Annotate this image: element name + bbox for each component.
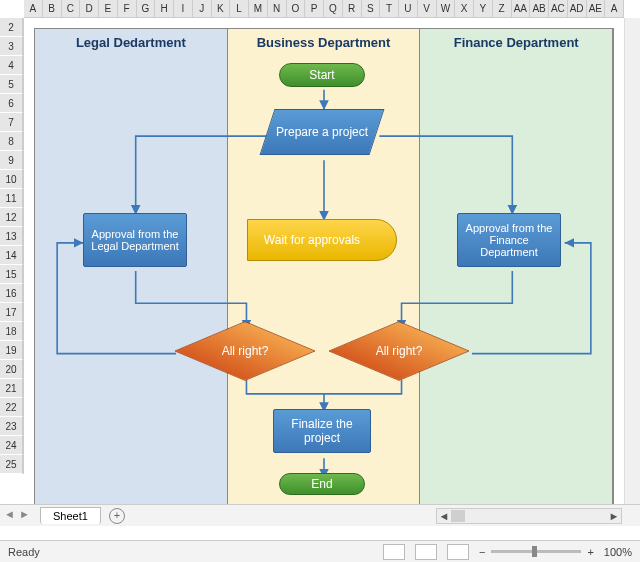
col-header-E[interactable]: E (99, 0, 118, 17)
row-header-5[interactable]: 5 (0, 75, 23, 94)
row-header-19[interactable]: 19 (0, 341, 23, 360)
zoom-out-button[interactable]: − (479, 546, 485, 558)
view-pagelayout-button[interactable] (415, 544, 437, 560)
shape-wait[interactable]: Wait for approvals (247, 219, 397, 261)
lane-legal-title: Legal Dedartment (35, 29, 227, 56)
approval-finance-label: Approval from the Finance Department (462, 222, 556, 258)
lane-legal: Legal Dedartment (35, 29, 228, 505)
row-header-18[interactable]: 18 (0, 322, 23, 341)
col-header-C[interactable]: C (62, 0, 81, 17)
col-header-Z[interactable]: Z (493, 0, 512, 17)
shape-start[interactable]: Start (279, 63, 365, 87)
lane-business-title: Business Department (228, 29, 420, 56)
status-bar: Ready − + 100% (0, 540, 640, 562)
shape-decision-left[interactable]: All right? (175, 321, 315, 381)
col-header-AE[interactable]: AE (587, 0, 606, 17)
col-header-Q[interactable]: Q (324, 0, 343, 17)
approval-legal-label: Approval from the Legal Department (88, 228, 182, 252)
col-header-W[interactable]: W (437, 0, 456, 17)
row-header-6[interactable]: 6 (0, 94, 23, 113)
prepare-label: Prepare a project (276, 125, 368, 139)
row-header-20[interactable]: 20 (0, 360, 23, 379)
tab-next-icon[interactable]: ► (19, 508, 30, 520)
zoom-control[interactable]: − + (479, 546, 594, 558)
col-header-AB[interactable]: AB (530, 0, 549, 17)
row-header-3[interactable]: 3 (0, 37, 23, 56)
start-label: Start (309, 68, 334, 82)
scroll-left-icon[interactable]: ◄ (437, 509, 451, 523)
col-header-U[interactable]: U (399, 0, 418, 17)
col-header-S[interactable]: S (362, 0, 381, 17)
col-header-H[interactable]: H (155, 0, 174, 17)
horizontal-scrollbar[interactable]: ◄ ► (436, 508, 622, 524)
col-header-N[interactable]: N (268, 0, 287, 17)
finalize-label: Finalize the project (274, 417, 370, 445)
col-header-T[interactable]: T (380, 0, 399, 17)
shape-approval-legal[interactable]: Approval from the Legal Department (83, 213, 187, 267)
col-header-D[interactable]: D (80, 0, 99, 17)
shape-finalize[interactable]: Finalize the project (273, 409, 371, 453)
col-header-G[interactable]: G (137, 0, 156, 17)
row-header-8[interactable]: 8 (0, 132, 23, 151)
row-header-15[interactable]: 15 (0, 265, 23, 284)
row-header-22[interactable]: 22 (0, 398, 23, 417)
wait-label: Wait for approvals (264, 233, 360, 247)
col-header-L[interactable]: L (230, 0, 249, 17)
decision-right-label: All right? (329, 321, 469, 381)
col-header-M[interactable]: M (249, 0, 268, 17)
row-header-4[interactable]: 4 (0, 56, 23, 75)
shape-end[interactable]: End (279, 473, 365, 495)
add-sheet-button[interactable]: + (109, 508, 125, 524)
row-header-13[interactable]: 13 (0, 227, 23, 246)
zoom-in-button[interactable]: + (587, 546, 593, 558)
shape-approval-finance[interactable]: Approval from the Finance Department (457, 213, 561, 267)
row-header-7[interactable]: 7 (0, 113, 23, 132)
col-header-R[interactable]: R (343, 0, 362, 17)
row-header-25[interactable]: 25 (0, 455, 23, 474)
col-header-I[interactable]: I (174, 0, 193, 17)
col-header-K[interactable]: K (212, 0, 231, 17)
shape-decision-right[interactable]: All right? (329, 321, 469, 381)
view-pagebreak-button[interactable] (447, 544, 469, 560)
col-header-X[interactable]: X (455, 0, 474, 17)
shape-prepare[interactable]: Prepare a project (260, 109, 385, 155)
row-header-14[interactable]: 14 (0, 246, 23, 265)
zoom-slider[interactable] (491, 550, 581, 553)
col-header-F[interactable]: F (118, 0, 137, 17)
view-normal-button[interactable] (383, 544, 405, 560)
row-header-2[interactable]: 2 (0, 18, 23, 37)
decision-left-label: All right? (175, 321, 315, 381)
tab-nav[interactable]: ◄ ► (4, 508, 44, 520)
col-header-J[interactable]: J (193, 0, 212, 17)
col-header-A[interactable]: A (605, 0, 624, 17)
row-header-12[interactable]: 12 (0, 208, 23, 227)
row-header-21[interactable]: 21 (0, 379, 23, 398)
col-header-P[interactable]: P (305, 0, 324, 17)
row-header-17[interactable]: 17 (0, 303, 23, 322)
row-header-16[interactable]: 16 (0, 284, 23, 303)
vertical-scrollbar[interactable] (624, 18, 640, 506)
tab-prev-icon[interactable]: ◄ (4, 508, 15, 520)
end-label: End (311, 477, 332, 491)
row-header-10[interactable]: 10 (0, 170, 23, 189)
col-header-AA[interactable]: AA (512, 0, 531, 17)
zoom-level[interactable]: 100% (604, 546, 632, 558)
column-headers: ABCDEFGHIJKLMNOPQRSTUVWXYZAAABACADAEA (24, 0, 624, 18)
col-header-A[interactable]: A (24, 0, 43, 17)
swimlane-container: Legal Dedartment Business Department Fin… (34, 28, 614, 506)
scroll-right-icon[interactable]: ► (607, 509, 621, 523)
row-header-9[interactable]: 9 (0, 151, 23, 170)
col-header-AC[interactable]: AC (549, 0, 568, 17)
scroll-thumb[interactable] (451, 510, 465, 522)
sheet-tab-1[interactable]: Sheet1 (40, 507, 101, 524)
row-header-11[interactable]: 11 (0, 189, 23, 208)
col-header-V[interactable]: V (418, 0, 437, 17)
col-header-Y[interactable]: Y (474, 0, 493, 17)
worksheet-canvas[interactable]: Legal Dedartment Business Department Fin… (24, 18, 624, 508)
col-header-AD[interactable]: AD (568, 0, 587, 17)
col-header-B[interactable]: B (43, 0, 62, 17)
lane-finance-title: Finance Department (420, 29, 612, 56)
row-header-23[interactable]: 23 (0, 417, 23, 436)
col-header-O[interactable]: O (287, 0, 306, 17)
row-header-24[interactable]: 24 (0, 436, 23, 455)
